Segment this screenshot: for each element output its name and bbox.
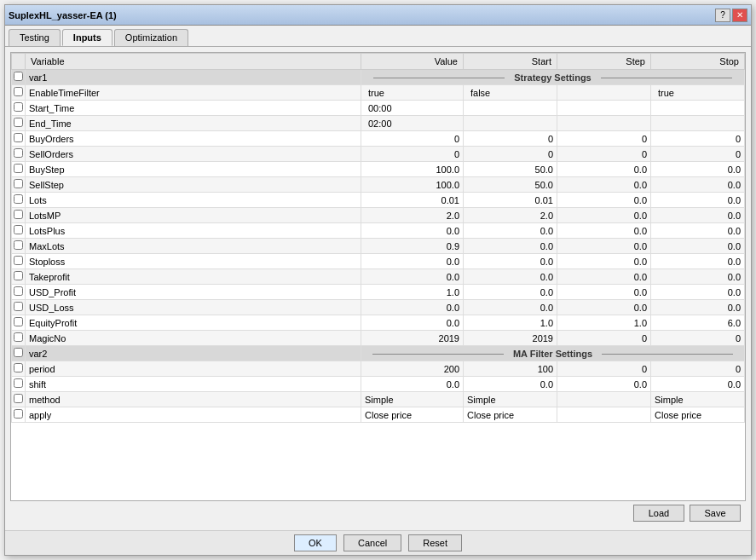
var-name-cell: Start_Time xyxy=(26,101,361,116)
tab-inputs[interactable]: Inputs xyxy=(62,29,113,46)
table-row: apply Close price Close price Close pric… xyxy=(12,407,745,423)
value-cell: 0 xyxy=(361,147,464,162)
row-checkbox[interactable] xyxy=(14,133,23,142)
step-cell xyxy=(557,407,651,423)
value-cell: Simple xyxy=(361,392,464,407)
stop-cell: 0.0 xyxy=(651,162,745,177)
step-cell: 1.0 xyxy=(557,315,651,331)
start-cell: 0.0 xyxy=(464,269,557,285)
row-checkbox[interactable] xyxy=(14,363,23,372)
start-cell: 0 xyxy=(464,131,557,147)
load-button[interactable]: Load xyxy=(633,505,684,522)
start-cell xyxy=(464,116,557,131)
row-checkbox[interactable] xyxy=(14,210,23,219)
save-button[interactable]: Save xyxy=(690,505,741,522)
row-checkbox-cell xyxy=(12,239,26,254)
table-row: LotsMP 2.0 2.0 0.0 0.0 xyxy=(12,208,745,223)
step-cell: 0.0 xyxy=(557,285,651,300)
row-checkbox[interactable] xyxy=(14,317,23,326)
step-cell: 0.0 xyxy=(557,269,651,285)
start-cell: 1.0 xyxy=(464,315,557,331)
start-cell: 2.0 xyxy=(464,208,557,223)
start-cell: 0.0 xyxy=(464,285,557,300)
step-cell: 0.0 xyxy=(557,162,651,177)
stop-cell: 0.0 xyxy=(651,193,745,208)
table-row: BuyStep 100.0 50.0 0.0 0.0 xyxy=(12,162,745,177)
row-checkbox-cell xyxy=(12,70,26,85)
var-name-cell: USD_Profit xyxy=(26,285,361,300)
ok-button[interactable]: OK xyxy=(294,534,337,551)
row-checkbox[interactable] xyxy=(14,102,23,112)
row-checkbox[interactable] xyxy=(14,87,23,96)
var-name-cell: USD_Loss xyxy=(26,300,361,315)
start-cell: 0.0 xyxy=(464,300,557,315)
close-button[interactable]: ✕ xyxy=(732,9,747,22)
step-cell: 0.0 xyxy=(557,239,651,254)
stop-cell: 0 xyxy=(651,131,745,147)
step-cell xyxy=(557,85,651,101)
reset-button[interactable]: Reset xyxy=(408,534,462,551)
step-cell xyxy=(557,116,651,131)
value-cell: Close price xyxy=(361,407,464,423)
tab-testing[interactable]: Testing xyxy=(9,29,61,46)
cancel-button[interactable]: Cancel xyxy=(343,534,401,551)
row-checkbox-cell xyxy=(12,346,26,361)
row-checkbox[interactable] xyxy=(14,225,23,234)
row-checkbox[interactable] xyxy=(14,394,23,403)
row-checkbox[interactable] xyxy=(14,72,23,81)
row-checkbox[interactable] xyxy=(14,348,23,357)
table-row: EnableTimeFilter true false true xyxy=(12,85,745,101)
row-checkbox[interactable] xyxy=(14,240,23,250)
value-cell: 0.9 xyxy=(361,239,464,254)
step-cell: 0 xyxy=(557,147,651,162)
row-checkbox-cell xyxy=(12,315,26,331)
content-area: Variable Value Start Step Stop var1 Stra… xyxy=(5,47,751,530)
table-row: LotsPlus 0.0 0.0 0.0 0.0 xyxy=(12,223,745,239)
stop-cell: 0.0 xyxy=(651,377,745,392)
row-checkbox[interactable] xyxy=(14,409,23,419)
stop-cell: 0.0 xyxy=(651,285,745,300)
col-step: Step xyxy=(557,54,651,70)
table-row: Stoploss 0.0 0.0 0.0 0.0 xyxy=(12,254,745,269)
row-checkbox-cell xyxy=(12,269,26,285)
stop-cell: 0.0 xyxy=(651,300,745,315)
row-checkbox[interactable] xyxy=(14,378,23,388)
value-cell: 200 xyxy=(361,361,464,377)
load-save-row: Load Save xyxy=(10,501,746,525)
tab-optimization[interactable]: Optimization xyxy=(114,29,188,46)
row-checkbox-cell xyxy=(12,331,26,346)
table-row: BuyOrders 0 0 0 0 xyxy=(12,131,745,147)
stop-cell: 0.0 xyxy=(651,208,745,223)
row-checkbox[interactable] xyxy=(14,271,23,280)
parameters-table-container: Variable Value Start Step Stop var1 Stra… xyxy=(10,52,746,501)
var-name-cell: End_Time xyxy=(26,116,361,131)
start-cell: Simple xyxy=(464,392,557,407)
row-checkbox[interactable] xyxy=(14,286,23,296)
stop-cell: Close price xyxy=(651,407,745,423)
row-checkbox[interactable] xyxy=(14,148,23,158)
value-cell: 00:00 xyxy=(361,101,464,116)
row-checkbox-cell xyxy=(12,285,26,300)
row-checkbox-cell xyxy=(12,85,26,101)
col-stop: Stop xyxy=(651,54,745,70)
col-value: Value xyxy=(361,54,464,70)
row-checkbox[interactable] xyxy=(14,179,23,188)
var-name-cell: var2 xyxy=(26,346,361,361)
row-checkbox-cell xyxy=(12,147,26,162)
row-checkbox[interactable] xyxy=(14,118,23,127)
help-button[interactable]: ? xyxy=(715,9,730,22)
stop-cell xyxy=(651,101,745,116)
row-checkbox[interactable] xyxy=(14,302,23,311)
row-checkbox-cell xyxy=(12,361,26,377)
value-cell: 0.0 xyxy=(361,300,464,315)
step-cell: 0.0 xyxy=(557,300,651,315)
row-checkbox[interactable] xyxy=(14,164,23,173)
value-cell: 0 xyxy=(361,131,464,147)
value-cell: 0.0 xyxy=(361,223,464,239)
row-checkbox[interactable] xyxy=(14,332,23,342)
value-cell: 0.0 xyxy=(361,377,464,392)
col-start: Start xyxy=(464,54,557,70)
start-cell: 100 xyxy=(464,361,557,377)
row-checkbox[interactable] xyxy=(14,194,23,204)
row-checkbox[interactable] xyxy=(14,256,23,265)
